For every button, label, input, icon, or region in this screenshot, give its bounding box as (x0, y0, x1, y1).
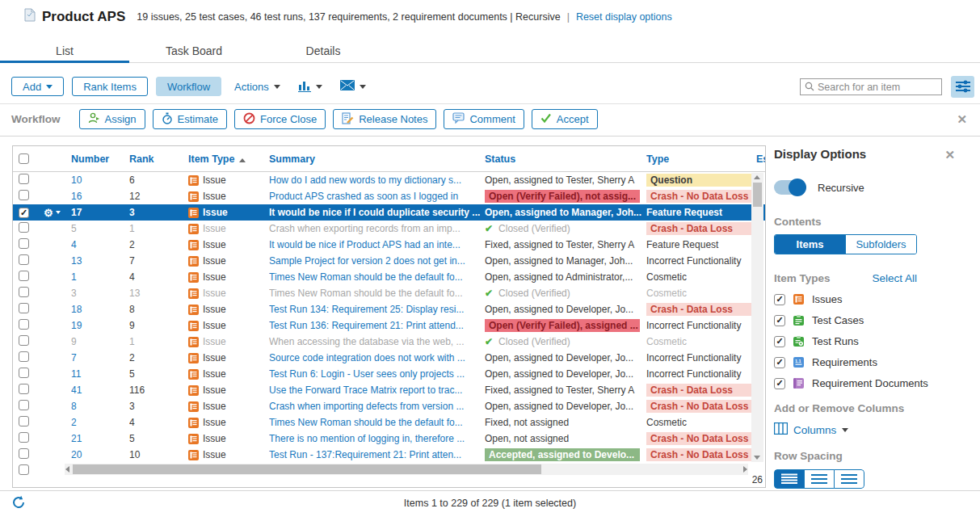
table-row[interactable]: 106IssueHow do I add new words to my dic… (13, 172, 765, 188)
horizontal-scrollbar[interactable] (65, 464, 748, 475)
row-summary-link[interactable]: When accessing the database via the web,… (269, 336, 485, 347)
scroll-up-icon[interactable] (754, 175, 760, 179)
row-summary-link[interactable]: Use the Forward Trace Matrix report to t… (269, 384, 485, 396)
estimate-button[interactable]: Estimate (153, 109, 228, 129)
workflow-button[interactable]: Workflow (156, 77, 221, 96)
contents-items-tab[interactable]: Items (775, 235, 845, 254)
force-close-button[interactable]: Force Close (234, 109, 326, 129)
close-display-options-icon[interactable]: ✕ (944, 149, 955, 161)
rank-items-button[interactable]: Rank Items (72, 77, 148, 96)
scroll-right-icon[interactable] (743, 466, 747, 473)
row-checkbox[interactable] (19, 335, 29, 346)
row-number-link[interactable]: 3 (71, 288, 129, 299)
column-header-estimate[interactable]: Es (756, 153, 766, 165)
display-options-toggle-button[interactable] (951, 76, 974, 98)
row-number-link[interactable]: 18 (71, 304, 129, 315)
select-all-link[interactable]: Select All (872, 272, 917, 284)
row-checkbox[interactable] (19, 319, 29, 330)
row-number-link[interactable]: 10 (71, 174, 129, 186)
vertical-scrollbar[interactable] (751, 173, 763, 462)
scroll-down-icon[interactable] (754, 456, 760, 460)
horizontal-scroll-thumb[interactable] (73, 464, 541, 474)
table-row[interactable]: 313IssueTimes New Roman should be the de… (13, 285, 765, 301)
row-number-link[interactable]: 20 (71, 449, 129, 460)
row-number-link[interactable]: 4 (71, 239, 129, 250)
column-header-rank[interactable]: Rank (129, 153, 154, 165)
row-summary-link[interactable]: Times New Roman should be the default fo… (269, 417, 485, 428)
table-row[interactable]: 72IssueSource code integration does not … (13, 350, 765, 366)
email-button[interactable] (335, 80, 371, 93)
row-checkbox[interactable] (19, 303, 29, 313)
row-checkbox[interactable] (19, 448, 29, 459)
item-type-checkbox[interactable]: ✓ (774, 357, 785, 368)
row-actions-gear-icon[interactable]: ⚙ (44, 207, 61, 219)
row-checkbox[interactable] (19, 432, 29, 443)
row-summary-link[interactable]: Times New Roman should be the default fo… (269, 288, 485, 299)
item-type-checkbox[interactable]: ✓ (774, 336, 785, 347)
row-number-link[interactable]: 13 (71, 255, 129, 267)
row-checkbox[interactable] (19, 464, 29, 475)
vertical-scroll-thumb[interactable] (753, 183, 762, 207)
row-summary-link[interactable]: It would be nice if Product APS had an i… (269, 239, 485, 250)
row-checkbox[interactable] (19, 384, 29, 394)
table-row[interactable]: 14IssueTimes New Roman should be the def… (13, 269, 765, 285)
table-row[interactable]: 115IssueTest Run 6: Login - User sees on… (13, 366, 765, 382)
column-header-status[interactable]: Status (485, 153, 515, 165)
row-number-link[interactable]: 2 (71, 417, 129, 428)
tab-details[interactable]: Details (259, 38, 388, 63)
row-checkbox[interactable] (19, 222, 29, 233)
column-header-summary[interactable]: Summary (269, 153, 315, 165)
row-checkbox[interactable] (19, 174, 29, 184)
row-summary-link[interactable]: Times New Roman should be the default fo… (269, 271, 485, 283)
table-row[interactable]: 24IssueTimes New Roman should be the def… (13, 414, 765, 431)
row-summary-link[interactable]: Sample Project for version 2 does not ge… (269, 255, 485, 267)
row-checkbox[interactable] (19, 287, 29, 297)
row-summary-link[interactable]: Test Run 136: Requirement 21: Print atte… (269, 320, 485, 331)
item-type-checkbox[interactable]: ✓ (774, 294, 785, 305)
row-number-link[interactable]: 16 (71, 191, 129, 202)
row-number-link[interactable]: 41 (71, 384, 129, 396)
row-summary-link[interactable]: How do I add new words to my dictionary … (269, 174, 485, 186)
row-number-link[interactable]: 9 (71, 336, 129, 347)
columns-button[interactable]: Columns (774, 422, 968, 437)
row-checkbox[interactable] (19, 416, 29, 426)
tab-task-board[interactable]: Task Board (129, 38, 259, 63)
row-checkbox[interactable] (19, 190, 29, 200)
comment-button[interactable]: Comment (444, 109, 524, 129)
search-input[interactable] (818, 82, 937, 93)
row-summary-link[interactable]: Product APS crashed as soon as I logged … (269, 191, 485, 202)
add-button[interactable]: Add (11, 77, 64, 96)
accept-button[interactable]: Accept (532, 109, 598, 129)
row-summary-link[interactable]: Crash when exporting records from an imp… (269, 223, 485, 234)
row-spacing-medium-button[interactable] (804, 469, 835, 489)
assign-button[interactable]: Assign (79, 109, 145, 129)
row-checkbox[interactable] (19, 351, 29, 362)
item-type-checkbox[interactable]: ✓ (774, 315, 785, 326)
row-summary-link[interactable]: Crash when importing defects from versio… (269, 401, 485, 412)
row-checkbox[interactable] (19, 400, 29, 410)
row-number-link[interactable]: 19 (71, 320, 129, 331)
row-summary-link[interactable]: Test Run - 137:Requirement 21: Print att… (269, 449, 485, 460)
table-row[interactable]: 137IssueSample Project for version 2 doe… (13, 253, 765, 269)
table-row[interactable]: 188IssueTest Run 134: Requirement 25: Di… (13, 301, 765, 317)
row-checkbox[interactable] (19, 368, 29, 378)
table-row[interactable]: 215IssueThere is no mention of logging i… (13, 431, 765, 447)
row-checkbox[interactable] (19, 254, 29, 265)
table-row[interactable]: 199IssueTest Run 136: Requirement 21: Pr… (13, 317, 765, 334)
column-header-item-type[interactable]: Item Type (188, 153, 246, 165)
scroll-left-icon[interactable] (65, 466, 69, 473)
row-number-link[interactable]: 7 (71, 352, 129, 363)
table-row[interactable]: 83IssueCrash when importing defects from… (13, 398, 765, 414)
row-spacing-compact-button[interactable] (774, 469, 805, 489)
table-row[interactable]: ✓⚙173IssueIt would be nice if I could du… (13, 204, 765, 221)
row-number-link[interactable]: 17 (71, 207, 129, 218)
row-number-link[interactable]: 1 (71, 271, 129, 283)
table-row[interactable]: 91IssueWhen accessing the database via t… (13, 334, 765, 350)
recursive-toggle[interactable] (774, 180, 805, 195)
table-row[interactable]: 2010IssueTest Run - 137:Requirement 21: … (13, 447, 765, 463)
row-summary-link[interactable]: It would be nice if I could duplicate se… (269, 207, 485, 218)
table-row[interactable]: 41116IssueUse the Forward Trace Matrix r… (13, 382, 765, 398)
table-row[interactable]: 1612IssueProduct APS crashed as soon as … (13, 188, 765, 204)
row-summary-link[interactable]: There is no mention of logging in, there… (269, 433, 485, 444)
row-summary-link[interactable]: Test Run 6: Login - User sees only proje… (269, 368, 485, 380)
